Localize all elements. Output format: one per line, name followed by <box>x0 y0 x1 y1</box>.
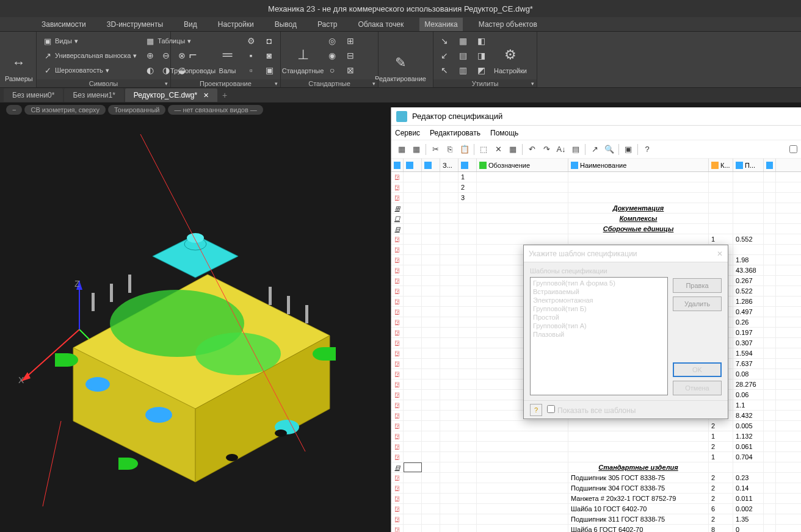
table-row[interactable]: ⍰10.704 <box>391 452 801 462</box>
tab-noname1[interactable]: Без имени1* <box>64 88 123 102</box>
menu-wizard[interactable]: Мастер объектов <box>474 18 542 31</box>
table-row[interactable]: ☐Комплексы <box>391 214 801 224</box>
show-all-checkbox[interactable]: Показать все шаблоны <box>547 405 636 415</box>
dimensions-button[interactable]: ↔Размеры <box>4 34 34 85</box>
template-option[interactable]: Групповой(тип Б) <box>532 304 666 313</box>
tb-del[interactable]: ✕ <box>491 143 505 156</box>
table-row[interactable]: ⊞Документация <box>391 203 801 214</box>
tb-sort[interactable]: A↓ <box>554 143 568 156</box>
table-row[interactable]: ⍰Шайба 6 ГОСТ 6402-7080 <box>391 525 801 532</box>
sym-icon-4[interactable]: ◐ <box>143 63 158 77</box>
util-icon-4[interactable]: ▦ <box>455 34 470 48</box>
tb-2[interactable]: ▦ <box>410 143 423 156</box>
tb-find[interactable]: 🔍 <box>603 143 616 156</box>
ok-button[interactable]: OK <box>673 362 722 377</box>
tb-help[interactable]: ? <box>640 143 654 156</box>
template-option[interactable]: Простой <box>532 313 666 322</box>
util-icon-3[interactable]: ↖ <box>437 63 452 77</box>
menu-pointcloud[interactable]: Облака точек <box>353 18 408 31</box>
tb-paste[interactable]: 📋 <box>458 143 471 156</box>
util-icon-8[interactable]: ◨ <box>474 49 488 62</box>
panel-expand-icon[interactable]: ▾ <box>531 81 534 87</box>
tb-ins[interactable]: ▦ <box>506 143 520 156</box>
tab-reductor[interactable]: Редуктор_CE.dwg*✕ <box>125 88 217 102</box>
template-option[interactable]: Электромонтажная <box>532 296 666 304</box>
menu-3d[interactable]: 3D-инструменты <box>102 18 168 31</box>
delete-template-button[interactable]: Удалить <box>673 297 722 311</box>
des-icon-3[interactable]: ▫ <box>244 63 258 77</box>
standard-button[interactable]: ⊥Стандартные <box>285 34 321 77</box>
shafts-button[interactable]: ═Валы <box>215 34 240 77</box>
cancel-button[interactable]: Отмена <box>673 381 722 395</box>
table-row[interactable]: ⊟Стандартные изделия <box>391 462 801 473</box>
tb-1[interactable]: ▦ <box>395 143 408 156</box>
des-icon-5[interactable]: ◙ <box>262 49 277 62</box>
spec-menu-service[interactable]: Сервис <box>395 129 420 137</box>
table-row[interactable]: ⊟Сборочные единицы <box>391 224 801 234</box>
table-row[interactable]: ⍰20.005 <box>391 421 801 431</box>
menu-output[interactable]: Вывод <box>270 18 302 31</box>
util-icon-6[interactable]: ▥ <box>455 63 470 77</box>
spec-menu-help[interactable]: Помощь <box>490 129 518 137</box>
pipes-button[interactable]: ⌐Трубопроводы <box>175 34 211 77</box>
util-icon-5[interactable]: ▤ <box>455 49 470 62</box>
menu-deps[interactable]: Зависимости <box>37 18 91 31</box>
table-row[interactable]: ⍰11.132 <box>391 431 801 442</box>
table-row[interactable]: ⍰10.552 <box>391 234 801 245</box>
panel-expand-icon[interactable]: ▾ <box>372 81 375 87</box>
tb-link[interactable]: ↗ <box>588 143 601 156</box>
template-option[interactable]: Групповой(тип А форма 5) <box>532 279 666 287</box>
edit-button[interactable]: ✎Редактирование <box>382 34 419 85</box>
util-icon-9[interactable]: ◩ <box>474 63 488 77</box>
template-option[interactable]: Плазовый <box>532 330 666 339</box>
menu-settings[interactable]: Настройки <box>213 18 259 31</box>
new-tab-button[interactable]: + <box>219 90 231 100</box>
close-icon[interactable]: ✕ <box>203 92 209 99</box>
table-row[interactable]: ⍰Манжета # 20x32-1 ГОСТ 8752-7920.011 <box>391 494 801 504</box>
settings-button[interactable]: ⚙Настройки <box>492 34 529 77</box>
des-icon-4[interactable]: ◘ <box>262 34 277 48</box>
table-row[interactable]: ⍰3 <box>391 193 801 203</box>
table-row[interactable]: ⍰Подшипник 311 ГОСТ 8338-7521.35 <box>391 514 801 525</box>
panel-expand-icon[interactable]: ▾ <box>165 81 168 87</box>
std-icon-3[interactable]: ○ <box>325 63 339 77</box>
tb-num[interactable]: ▤ <box>569 143 582 156</box>
table-row[interactable]: ⍰Подшипник 304 ГОСТ 8338-7520.14 <box>391 483 801 494</box>
util-icon-1[interactable]: ↘ <box>437 34 452 48</box>
view-iso-chip[interactable]: СВ изометрия, сверху <box>24 105 106 115</box>
rough-button[interactable]: ✓Шероховатость ▾ <box>40 63 139 77</box>
template-option[interactable]: Групповой(тип А) <box>532 322 666 330</box>
help-icon[interactable]: ? <box>530 404 542 416</box>
std-icon-1[interactable]: ◎ <box>325 34 339 48</box>
3d-viewport[interactable]: X Y Z <box>0 102 391 532</box>
table-row[interactable]: ⍰2 <box>391 182 801 193</box>
tb-redo[interactable]: ↷ <box>540 143 553 156</box>
template-option[interactable]: Встраиваемый <box>532 287 666 296</box>
tb-undo[interactable]: ↶ <box>525 143 538 156</box>
std-icon-6[interactable]: ⊠ <box>343 63 358 77</box>
util-icon-7[interactable]: ◧ <box>474 34 488 48</box>
des-icon-6[interactable]: ▣ <box>262 63 277 77</box>
tb-cut[interactable]: ✂ <box>429 143 442 156</box>
table-row[interactable]: ⍰1 <box>391 172 801 182</box>
uni-leader-button[interactable]: ↗Универсальная выноска ▾ <box>40 49 139 62</box>
table-row[interactable]: ⍰20.061 <box>391 442 801 452</box>
tb-opt[interactable]: ▣ <box>622 143 635 156</box>
table-row[interactable]: ⍰Шайба 10 ГОСТ 6402-7060.002 <box>391 504 801 514</box>
panel-expand-icon[interactable]: ▾ <box>275 81 278 87</box>
std-icon-2[interactable]: ◉ <box>325 49 339 62</box>
tb-copy[interactable]: ⎘ <box>443 143 457 156</box>
menu-raster[interactable]: Растр <box>313 18 342 31</box>
view-linked-chip[interactable]: — нет связанных видов — <box>168 105 263 115</box>
view-shade-chip[interactable]: Тонированный <box>108 105 165 115</box>
util-icon-2[interactable]: ↙ <box>437 49 452 62</box>
template-listbox[interactable]: Групповой(тип А форма 5)ВстраиваемыйЭлек… <box>530 277 668 395</box>
menu-mechanics[interactable]: Механика <box>419 18 463 31</box>
minus-chip[interactable]: − <box>6 105 22 115</box>
table-row[interactable]: ⍰Подшипник 305 ГОСТ 8338-7520.23 <box>391 473 801 483</box>
close-icon[interactable]: ✕ <box>717 250 723 258</box>
std-icon-5[interactable]: ⊟ <box>343 49 358 62</box>
des-icon-2[interactable]: ▪ <box>244 49 258 62</box>
tb-checkbox[interactable] <box>789 145 797 153</box>
menu-view[interactable]: Вид <box>179 18 202 31</box>
